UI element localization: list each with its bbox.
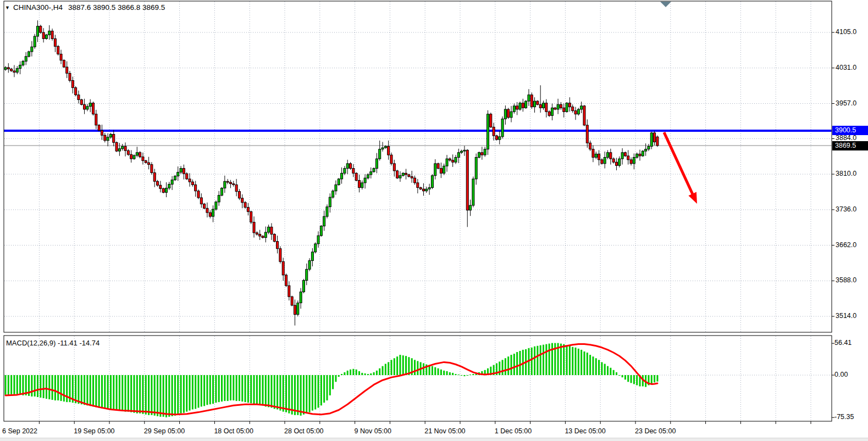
candle-up [475,157,477,178]
candle-down [84,104,86,109]
candle-down [516,106,518,109]
price-axis-label: 3810.0 [836,170,856,177]
candle-down [388,146,390,155]
macd-histogram-bar [583,351,585,375]
candle-up [341,173,343,178]
candle-down [60,54,62,60]
macd-histogram-bar [116,375,118,410]
candle-up [317,236,319,244]
candle-down [405,173,407,175]
candle-down [574,111,577,114]
macd-histogram-bar [5,375,7,395]
macd-histogram-bar [376,371,378,375]
time-axis-label: 19 Sep 05:00 [74,427,114,435]
macd-histogram-bar [52,375,53,400]
macd-histogram-bar [382,366,384,375]
arrow-head-icon[interactable] [688,192,697,204]
macd-histogram-bar [364,373,366,375]
macd-histogram-bar [367,374,369,375]
symbol-dropdown-icon[interactable]: ▼ [5,5,10,10]
candle-up [314,244,317,252]
candle-down [51,31,53,38]
macd-histogram-bar [253,375,255,404]
candle-down [563,108,565,111]
arrow-shaft[interactable] [664,132,693,196]
candle-up [165,188,167,192]
macd-histogram-bar [589,355,591,375]
candle-up [577,109,579,114]
macd-histogram-bar [563,344,565,375]
candle-down [80,100,82,105]
macd-histogram-bar [165,375,167,417]
candle-up [48,31,51,35]
candle-up [642,151,644,156]
candle-up [557,104,559,109]
macd-histogram-bar [81,375,82,404]
macd-histogram-bar [48,375,50,399]
candle-up [457,153,460,158]
candle-down [589,143,591,149]
candle-up [89,103,91,107]
macd-histogram-bar [139,375,141,414]
candle-up [136,153,138,155]
price-axis-label: 4105.0 [836,28,856,36]
time-axis-label: 1 Dec 05:00 [495,427,532,435]
macd-histogram-bar [499,361,500,375]
macd-histogram-bar [434,367,436,375]
candle-down [124,146,126,150]
macd-histogram-bar [631,375,632,383]
candle-up [607,153,609,158]
macd-histogram-bar [245,375,246,402]
macd-histogram-bar [440,370,442,375]
macd-histogram-bar [622,375,623,377]
candle-up [402,173,404,175]
macd-histogram-bar [314,375,316,410]
macd-histogram-bar [446,371,448,375]
macd-histogram-bar [443,371,445,375]
macd-histogram-bar [505,358,506,375]
candle-up [375,159,378,168]
macd-histogram-bar [575,348,577,375]
macd-histogram-bar [572,347,573,375]
candle-down [560,104,562,108]
macd-histogram-bar [385,364,386,375]
macd-histogram-bar [10,375,12,394]
macd-histogram-bar [239,375,240,401]
macd-histogram-bar [580,350,582,375]
macd-histogram-bar [84,375,85,405]
candle-up [264,232,267,238]
candle-down [288,286,290,297]
scroll-to-end-icon[interactable] [660,1,672,8]
candle-down [139,153,141,157]
macd-histogram-bar [467,375,468,376]
candle-down [350,164,352,169]
macd-histogram-bar [455,374,456,375]
candle-up [174,176,176,180]
macd-histogram-bar [195,375,196,409]
macd-histogram-bar [119,375,120,411]
candle-down [54,38,56,46]
macd-histogram-bar [405,356,407,375]
macd-histogram-bar [551,343,553,375]
macd-histogram-bar [172,375,173,416]
macd-histogram-bar [534,347,535,375]
macd-histogram-bar [370,373,372,375]
macd-histogram-bar [279,375,281,411]
candle-up [525,101,527,108]
candle-down [104,135,106,141]
macd-histogram-bar [633,375,635,384]
macd-histogram-bar [98,375,100,407]
chart-plot-area[interactable] [0,0,868,441]
candle-down [256,233,258,235]
candle-up [311,252,313,261]
candle-up [16,69,18,72]
candle-down [247,207,249,211]
candle-up [446,159,448,166]
price-axis-label: 4031.0 [836,64,856,71]
last-price-tag: 3869.5 [832,141,868,150]
symbol-title: CHINA300-,H4 [13,3,63,12]
macd-histogram-bar [206,375,208,405]
macd-histogram-bar [110,375,112,410]
macd-histogram-bar [221,375,223,401]
macd-histogram-bar [458,375,460,375]
